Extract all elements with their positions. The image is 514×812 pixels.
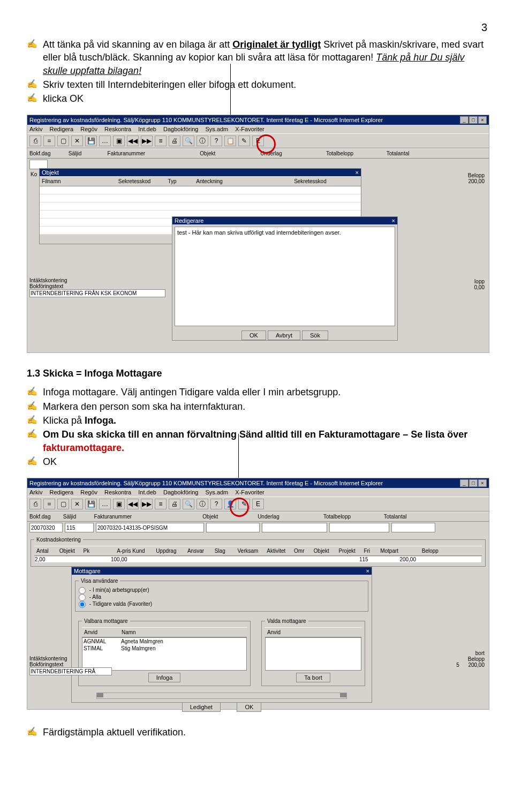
valbara-fieldset: Valbara mottagare AnvidNamn AGNMALAgneta… [78, 618, 251, 686]
menu-item[interactable]: X-Favoriter [235, 489, 264, 495]
window-buttons[interactable]: _□× [459, 479, 487, 487]
infoga-button[interactable]: Infoga [148, 673, 181, 682]
toolbar-button[interactable]: ✎ [238, 136, 250, 146]
toolbar-button[interactable]: ▶▶ [141, 499, 153, 509]
toolbar-button[interactable]: ✕ [71, 136, 83, 146]
avbryt-button[interactable]: Avbryt [268, 330, 300, 340]
bullet-item: Att tänka på vid skanning av en bilaga ä… [27, 38, 487, 77]
toolbar-button[interactable]: … [99, 499, 111, 509]
toolbar-button[interactable]: 🔍 [183, 499, 194, 509]
toolbar-button[interactable]: 💾 [85, 499, 97, 509]
col: Verksam [237, 548, 265, 554]
objekt-input[interactable] [206, 523, 260, 532]
cell[interactable]: Stig Malmgren [121, 645, 155, 651]
menu-item[interactable]: Dagbokföring [163, 489, 198, 495]
bullet-item: Infoga mottagare. Välj antingen Tidigare… [27, 386, 487, 399]
toolbar-button[interactable]: ▢ [57, 136, 69, 146]
bullet-item: Markera den person som ska ha internfakt… [27, 400, 487, 413]
menu-item[interactable]: Dagbokföring [163, 126, 198, 132]
toolbar-button[interactable]: … [99, 136, 111, 146]
section-heading: 1.3 Skicka = Infoga Mottagare [27, 368, 487, 379]
column-headers: Bokf.dag Säljid Fakturanummer Objekt Und… [27, 512, 489, 522]
radio-arbetsgrupp[interactable]: - I min(a) arbetsgrupp(er) [79, 587, 149, 593]
menu-item[interactable]: Int.deb [138, 126, 156, 132]
toolbar-button[interactable]: = [43, 499, 55, 509]
bullet-item: Klicka på Infoga. [27, 414, 487, 427]
menu-item[interactable]: Sys.adm [205, 489, 228, 495]
close-icon[interactable]: × [366, 568, 369, 574]
col: Objekt [202, 514, 256, 520]
menu-item[interactable]: Regöv [80, 126, 97, 132]
ok-button[interactable]: OK [241, 330, 266, 340]
toolbar-button[interactable]: ▢ [57, 499, 69, 509]
sok-button[interactable]: Sök [302, 330, 328, 340]
menu-item[interactable]: Reskontra [104, 489, 131, 495]
menubar[interactable]: Arkiv Redigera Regöv Reskontra Int.deb D… [27, 125, 489, 133]
toolbar-button[interactable]: ⎙ [29, 499, 41, 509]
menu-item[interactable]: Redigera [50, 126, 74, 132]
toolbar-button[interactable]: 📋 [224, 136, 236, 146]
text: Klicka på [43, 415, 85, 426]
editor-textarea[interactable]: test - Här kan man skriva utförligt vad … [175, 227, 395, 326]
underlag-input[interactable] [262, 523, 327, 532]
col: Säljid [69, 151, 106, 156]
menu-item[interactable]: Arkiv [29, 126, 42, 132]
toolbar-button[interactable]: E [252, 499, 264, 509]
menu-item[interactable]: X-Favoriter [235, 126, 264, 132]
bokf-value[interactable]: INTERNDEBITERING FRÅ [29, 667, 112, 675]
window-buttons[interactable]: _□× [459, 116, 487, 124]
cell[interactable]: AGNMAL [84, 638, 121, 644]
menu-item[interactable]: Regöv [80, 489, 97, 495]
intro-bullets: Att tänka på vid skanning av en bilaga ä… [27, 38, 487, 105]
toolbar-button[interactable]: ✕ [71, 499, 83, 509]
toolbar-button[interactable]: ⓘ [196, 136, 208, 146]
col: Objekt [314, 548, 337, 554]
menu-item[interactable]: Sys.adm [205, 126, 228, 132]
bokfdag-input[interactable] [29, 523, 63, 532]
toolbar-button[interactable]: ◀◀ [127, 136, 139, 146]
toolbar-button[interactable]: 🔍 [183, 136, 194, 146]
menu-item[interactable]: Reskontra [104, 126, 131, 132]
close-icon[interactable]: × [356, 169, 359, 176]
cell[interactable]: STIMAL [84, 645, 121, 651]
ok-button[interactable]: OK [237, 702, 261, 712]
menubar[interactable]: Arkiv Redigera Regöv Reskontra Int.deb D… [27, 488, 489, 497]
toolbar-button[interactable]: 🖨 [169, 136, 180, 146]
ledighet-button[interactable]: Ledighet [182, 702, 221, 712]
toolbar-button[interactable]: ? [210, 136, 222, 146]
toolbar[interactable]: ⎙ = ▢ ✕ 💾 … ▣ ◀◀ ▶▶ ≡ 🖨 🔍 ⓘ ? 👤 ✎ E [27, 497, 489, 512]
window-titlebar: Registrering av kostnadsfördelning. Sälj… [27, 478, 489, 488]
col: Belopp [409, 548, 439, 554]
radio-alla[interactable]: - Alla [79, 594, 101, 600]
toolbar-button[interactable]: ◀◀ [127, 499, 139, 509]
toolbar-button[interactable]: ▣ [113, 499, 125, 509]
col: Sekretesskod [118, 178, 167, 184]
col: Totalantal [387, 151, 429, 156]
toolbar-button[interactable]: ▶▶ [141, 136, 153, 146]
totalbelopp-input[interactable] [329, 523, 389, 532]
bokf-value[interactable]: INTERNDEBITERING FRÅN KSK EKONOM [29, 289, 165, 297]
menu-item[interactable]: Redigera [50, 489, 74, 495]
faktura-input[interactable] [96, 523, 204, 532]
totalantal-input[interactable] [391, 523, 435, 532]
toolbar-button[interactable]: 🖨 [169, 499, 180, 509]
toolbar-button[interactable]: ? [210, 499, 222, 509]
menu-item[interactable]: Int.deb [138, 489, 156, 495]
lopp-value: 0,00 [474, 284, 485, 290]
col: Projekt [339, 548, 362, 554]
radio-tidigare[interactable]: - Tidigare valda (Favoriter) [79, 601, 152, 607]
toolbar-button[interactable]: = [43, 136, 55, 146]
belopp-value: 200,00 [468, 178, 485, 184]
toolbar-button[interactable]: ▣ [113, 136, 125, 146]
toolbar-button[interactable]: ≡ [155, 136, 167, 146]
cell[interactable]: Agneta Malmgren [121, 638, 163, 644]
toolbar-button[interactable]: ≡ [155, 499, 167, 509]
menu-item[interactable]: Arkiv [29, 489, 42, 495]
tabort-button[interactable]: Ta bort [296, 673, 330, 682]
close-icon[interactable]: × [392, 217, 395, 224]
toolbar-button[interactable]: 💾 [85, 136, 97, 146]
toolbar-button[interactable]: ⎙ [29, 136, 41, 146]
window-titlebar: Registrering av kostnadsfördelning. Sälj… [27, 115, 489, 125]
saljid-input[interactable] [65, 523, 94, 532]
toolbar-button[interactable]: ⓘ [196, 499, 208, 509]
